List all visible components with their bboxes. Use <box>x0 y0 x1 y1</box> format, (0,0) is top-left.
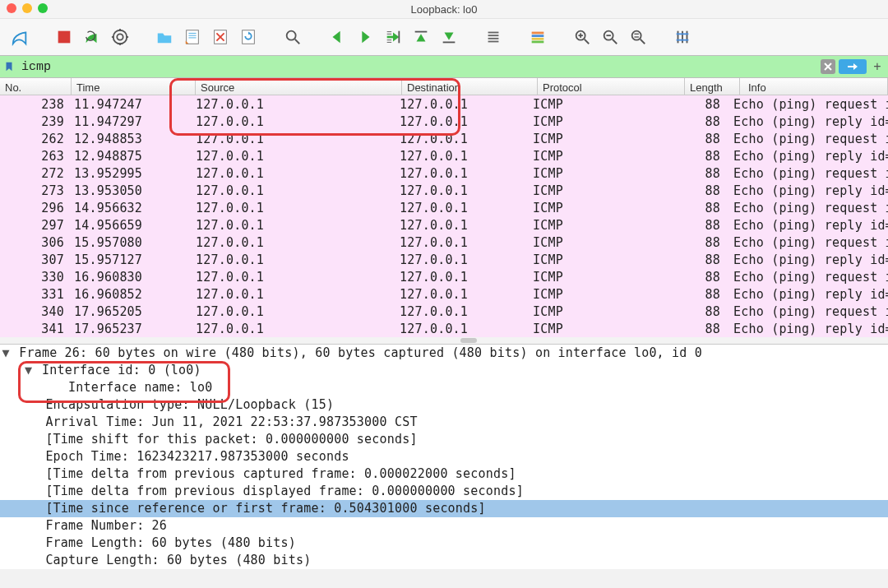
display-filter-bar: + <box>0 55 888 78</box>
detail-interface-id[interactable]: ▼ Interface id: 0 (lo0) <box>0 362 888 379</box>
detail-frame-length[interactable]: Frame Length: 60 bytes (480 bits) <box>0 535 888 552</box>
detail-delta-captured[interactable]: [Time delta from previous captured frame… <box>0 465 888 483</box>
svg-rect-26 <box>532 32 544 35</box>
packet-row[interactable]: 34117.965237127.0.0.1127.0.0.1ICMP88Echo… <box>0 320 888 337</box>
auto-scroll-button[interactable] <box>482 25 505 49</box>
open-file-button[interactable] <box>153 25 176 49</box>
horizontal-scrollbar[interactable] <box>0 337 888 344</box>
display-filter-input[interactable] <box>20 59 821 75</box>
go-back-button[interactable] <box>326 25 349 49</box>
go-to-packet-button[interactable] <box>382 25 405 49</box>
svg-point-13 <box>287 31 296 40</box>
detail-time-since-ref[interactable]: [Time since reference or first frame: 0.… <box>0 500 888 517</box>
column-header-info[interactable]: Info <box>740 78 888 95</box>
app-logo-icon <box>8 25 31 49</box>
packet-row[interactable]: 26212.948853127.0.0.1127.0.0.1ICMP88Echo… <box>0 130 888 147</box>
column-header-time[interactable]: Time <box>72 78 196 95</box>
window-title: Loopback: lo0 <box>411 3 478 16</box>
detail-encapsulation[interactable]: Encapsulation type: NULL/Loopback (15) <box>0 396 888 414</box>
column-header-destination[interactable]: Destination <box>402 78 538 95</box>
packet-row[interactable]: 30615.957080127.0.0.1127.0.0.1ICMP88Echo… <box>0 234 888 251</box>
traffic-lights <box>7 3 48 13</box>
svg-point-2 <box>117 34 123 39</box>
packet-row[interactable]: 23911.947297127.0.0.1127.0.0.1ICMP88Echo… <box>0 113 888 130</box>
window-titlebar: Loopback: lo0 <box>0 0 888 19</box>
close-window-button[interactable] <box>7 3 16 13</box>
close-file-button[interactable] <box>209 25 232 49</box>
reload-file-button[interactable] <box>237 25 260 49</box>
go-forward-button[interactable] <box>354 25 377 49</box>
stop-capture-button[interactable] <box>53 25 76 49</box>
detail-delta-displayed[interactable]: [Time delta from previous displayed fram… <box>0 483 888 500</box>
save-file-button[interactable] <box>181 25 204 49</box>
detail-capture-length[interactable]: Capture Length: 60 bytes (480 bits) <box>0 552 888 569</box>
svg-rect-28 <box>532 38 544 40</box>
column-header-protocol[interactable]: Protocol <box>538 78 685 95</box>
resize-columns-button[interactable] <box>671 25 694 49</box>
svg-rect-0 <box>58 31 71 44</box>
clear-filter-button[interactable] <box>821 59 835 74</box>
svg-rect-7 <box>187 30 199 44</box>
main-toolbar <box>0 19 888 55</box>
svg-line-31 <box>585 39 590 44</box>
detail-frame-summary[interactable]: ▼ Frame 26: 60 bytes on wire (480 bits),… <box>0 345 888 362</box>
packet-row[interactable]: 34017.965205127.0.0.1127.0.0.1ICMP88Echo… <box>0 303 888 320</box>
zoom-window-button[interactable] <box>38 3 48 13</box>
colorize-button[interactable] <box>526 25 549 49</box>
zoom-in-button[interactable] <box>571 25 594 49</box>
apply-filter-button[interactable] <box>839 59 867 74</box>
detail-epoch-time[interactable]: Epoch Time: 1623423217.987353000 seconds <box>0 448 888 465</box>
svg-point-37 <box>632 31 641 40</box>
column-header-no[interactable]: No. <box>0 78 72 95</box>
packet-row[interactable]: 33116.960852127.0.0.1127.0.0.1ICMP88Echo… <box>0 285 888 303</box>
svg-line-35 <box>613 39 617 44</box>
svg-rect-29 <box>532 41 544 44</box>
svg-line-14 <box>295 39 300 44</box>
add-filter-expression-button[interactable]: + <box>870 59 885 74</box>
find-button[interactable] <box>281 25 304 49</box>
detail-time-shift[interactable]: [Time shift for this packet: 0.000000000… <box>0 431 888 448</box>
packet-row[interactable]: 30715.957127127.0.0.1127.0.0.1ICMP88Echo… <box>0 251 888 268</box>
packet-row[interactable]: 23811.947247127.0.0.1127.0.0.1ICMP88Echo… <box>0 95 888 113</box>
minimize-window-button[interactable] <box>22 3 32 13</box>
packet-list-body[interactable]: 23811.947247127.0.0.1127.0.0.1ICMP88Echo… <box>0 95 888 337</box>
packet-row[interactable]: 27213.952995127.0.0.1127.0.0.1ICMP88Echo… <box>0 164 888 182</box>
packet-row[interactable]: 33016.960830127.0.0.1127.0.0.1ICMP88Echo… <box>0 268 888 285</box>
packet-details-pane[interactable]: ▼ Frame 26: 60 bytes on wire (480 bits),… <box>0 345 888 569</box>
bookmark-icon[interactable] <box>3 61 15 72</box>
column-header-source[interactable]: Source <box>196 78 402 95</box>
zoom-out-button[interactable] <box>599 25 622 49</box>
svg-line-38 <box>641 39 645 44</box>
capture-options-button[interactable] <box>109 25 132 49</box>
zoom-reset-button[interactable] <box>627 25 650 49</box>
packet-row[interactable]: 26312.948875127.0.0.1127.0.0.1ICMP88Echo… <box>0 147 888 164</box>
packet-list-header: No. Time Source Destination Protocol Len… <box>0 78 888 95</box>
packet-row[interactable]: 29714.956659127.0.0.1127.0.0.1ICMP88Echo… <box>0 216 888 234</box>
go-last-packet-button[interactable] <box>437 25 460 49</box>
restart-capture-button[interactable] <box>81 25 104 49</box>
packet-row[interactable]: 29614.956632127.0.0.1127.0.0.1ICMP88Echo… <box>0 199 888 216</box>
column-header-length[interactable]: Length <box>685 78 740 95</box>
detail-frame-number[interactable]: Frame Number: 26 <box>0 517 888 535</box>
svg-point-1 <box>113 30 127 44</box>
go-first-packet-button[interactable] <box>409 25 432 49</box>
detail-interface-name[interactable]: Interface name: lo0 <box>0 379 888 396</box>
packet-list-pane: No. Time Source Destination Protocol Len… <box>0 78 888 345</box>
detail-arrival-time[interactable]: Arrival Time: Jun 11, 2021 22:53:37.9873… <box>0 414 888 431</box>
packet-row[interactable]: 27313.953050127.0.0.1127.0.0.1ICMP88Echo… <box>0 182 888 199</box>
svg-rect-27 <box>532 35 544 37</box>
